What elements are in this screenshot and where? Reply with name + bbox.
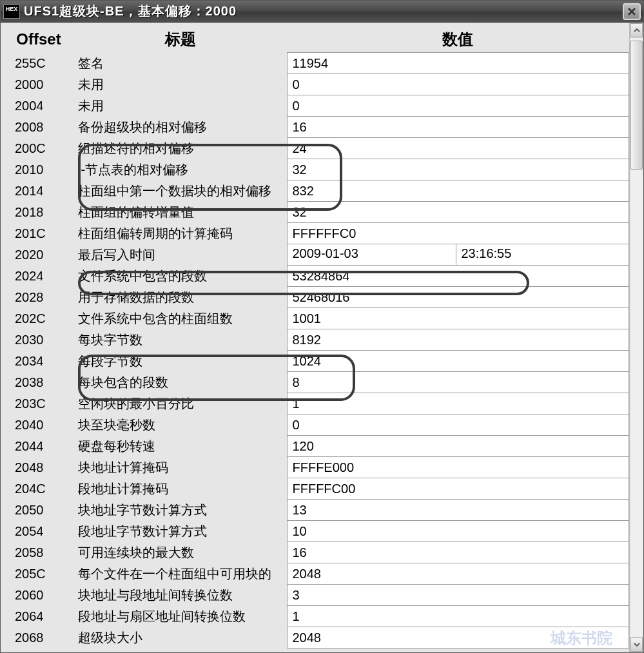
title-cell: 文件系统中包含的段数: [74, 266, 287, 287]
offset-cell: 2014: [3, 180, 74, 202]
table-row[interactable]: 2044硬盘每秒转速120: [3, 436, 629, 457]
value-cell[interactable]: 11954: [287, 53, 629, 74]
offset-cell: 2048: [3, 457, 74, 478]
content-area: Offset 标题 数值 255C签名119542000未用02004未用020…: [1, 23, 629, 652]
value-cell[interactable]: 16: [287, 542, 629, 563]
table-header-row: Offset 标题 数值: [3, 25, 629, 53]
value-cell[interactable]: 120: [287, 436, 629, 457]
title-cell: 可用连续块的最大数: [74, 542, 287, 563]
table-row[interactable]: 2038每块包含的段数8: [3, 372, 629, 393]
offset-cell: 2018: [3, 202, 74, 223]
value-cell[interactable]: 13: [287, 500, 629, 521]
title-cell: 段地址与扇区地址间转换位数: [74, 606, 287, 627]
title-cell: 签名: [74, 53, 287, 74]
table-row[interactable]: 2018柱面组的偏转增量值32: [3, 202, 629, 223]
title-cell: 空闲块的最小百分比: [74, 393, 287, 414]
title-cell: 段地址字节数计算方式: [74, 521, 287, 542]
table-row[interactable]: 255C签名11954: [3, 53, 629, 74]
value-cell[interactable]: 0: [287, 74, 629, 95]
offset-cell: 2010: [3, 159, 74, 180]
scroll-down-button[interactable]: [630, 638, 643, 652]
table-row[interactable]: 205C每个文件在一个柱面组中可用块的2048: [3, 563, 629, 585]
titlebar[interactable]: HEX UFS1超级块-BE，基本偏移：2000: [1, 1, 643, 23]
title-cell: 每段字节数: [74, 351, 287, 372]
value-cell[interactable]: 52468016: [287, 287, 629, 308]
table-row[interactable]: 2058可用连续块的最大数16: [3, 542, 629, 563]
offset-cell: 202C: [3, 308, 74, 329]
value-cell[interactable]: 2009-01-0323:16:55: [287, 244, 629, 266]
client-area: Offset 标题 数值 255C签名119542000未用02004未用020…: [1, 23, 643, 652]
table-row[interactable]: 2014柱面组中第一个数据块的相对偏移832: [3, 180, 629, 202]
title-cell: 未用: [74, 74, 287, 95]
value-cell[interactable]: 16: [287, 117, 629, 138]
table-row[interactable]: 2020最后写入时间2009-01-0323:16:55: [3, 244, 629, 266]
value-cell[interactable]: 8: [287, 372, 629, 393]
offset-cell: 255C: [3, 53, 74, 74]
title-cell: i-节点表的相对偏移: [74, 159, 287, 180]
scroll-track[interactable]: [630, 38, 643, 637]
title-cell: 块至块毫秒数: [74, 414, 287, 436]
table-row[interactable]: 2068超级块大小2048: [3, 627, 629, 648]
value-cell[interactable]: FFFFFFC0: [287, 223, 629, 244]
header-offset: Offset: [3, 25, 74, 53]
offset-cell: 2060: [3, 585, 74, 606]
value-cell[interactable]: FFFFFC00: [287, 478, 629, 500]
value-cell[interactable]: 832: [287, 180, 629, 202]
title-cell: 超级块大小: [74, 627, 287, 648]
table-row[interactable]: 2010i-节点表的相对偏移32: [3, 159, 629, 180]
table-row[interactable]: 2040块至块毫秒数0: [3, 414, 629, 436]
table-row[interactable]: 2034每段字节数1024: [3, 351, 629, 372]
app-icon: HEX: [3, 5, 20, 19]
value-cell[interactable]: 1001: [287, 308, 629, 329]
table-row[interactable]: 2024文件系统中包含的段数53284864: [3, 266, 629, 287]
value-cell[interactable]: 1: [287, 393, 629, 414]
table-row[interactable]: 2008备份超级块的相对偏移16: [3, 117, 629, 138]
close-icon: [627, 6, 637, 17]
value-cell[interactable]: FFFFE000: [287, 457, 629, 478]
title-cell: 块地址字节数计算方式: [74, 500, 287, 521]
table-row[interactable]: 202C文件系统中包含的柱面组数1001: [3, 308, 629, 329]
table-row[interactable]: 2060块地址与段地址间转换位数3: [3, 585, 629, 606]
value-cell[interactable]: 1: [287, 606, 629, 627]
value-cell[interactable]: 1024: [287, 351, 629, 372]
value-time[interactable]: 23:16:55: [456, 244, 629, 265]
title-cell: 每块字节数: [74, 329, 287, 351]
value-date[interactable]: 2009-01-03: [288, 244, 456, 265]
scroll-up-button[interactable]: [630, 23, 643, 37]
table-row[interactable]: 2050块地址字节数计算方式13: [3, 500, 629, 521]
scroll-thumb[interactable]: [630, 41, 643, 170]
value-cell[interactable]: 3: [287, 585, 629, 606]
vertical-scrollbar[interactable]: [629, 23, 643, 652]
value-cell[interactable]: 0: [287, 95, 629, 117]
value-cell[interactable]: 10: [287, 521, 629, 542]
table-row[interactable]: 204C段地址计算掩码FFFFFC00: [3, 478, 629, 500]
offset-cell: 201C: [3, 223, 74, 244]
table-row[interactable]: 2064段地址与扇区地址间转换位数1: [3, 606, 629, 627]
value-cell[interactable]: 8192: [287, 329, 629, 351]
offset-cell: 2044: [3, 436, 74, 457]
header-title: 标题: [74, 25, 287, 53]
table-row[interactable]: 203C空闲块的最小百分比1: [3, 393, 629, 414]
offset-cell: 2024: [3, 266, 74, 287]
close-button[interactable]: [623, 3, 641, 20]
title-cell: 文件系统中包含的柱面组数: [74, 308, 287, 329]
title-cell: 用于存储数据的段数: [74, 287, 287, 308]
value-cell[interactable]: 32: [287, 202, 629, 223]
title-cell: 柱面组偏转周期的计算掩码: [74, 223, 287, 244]
table-row[interactable]: 201C柱面组偏转周期的计算掩码FFFFFFC0: [3, 223, 629, 244]
value-cell[interactable]: 32: [287, 159, 629, 180]
table-row[interactable]: 2028用于存储数据的段数52468016: [3, 287, 629, 308]
value-cell[interactable]: 2048: [287, 627, 629, 648]
table-row[interactable]: 2048块地址计算掩码FFFFE000: [3, 457, 629, 478]
title-cell: 柱面组的偏转增量值: [74, 202, 287, 223]
value-cell[interactable]: 24: [287, 138, 629, 159]
value-cell[interactable]: 2048: [287, 563, 629, 585]
value-cell[interactable]: 0: [287, 414, 629, 436]
table-row[interactable]: 2054段地址字节数计算方式10: [3, 521, 629, 542]
table-row[interactable]: 2000未用0: [3, 74, 629, 95]
table-row[interactable]: 2030每块字节数8192: [3, 329, 629, 351]
value-cell[interactable]: 53284864: [287, 266, 629, 287]
table-row[interactable]: 2004未用0: [3, 95, 629, 117]
table-row[interactable]: 200C组描述符的相对偏移24: [3, 138, 629, 159]
offset-cell: 2000: [3, 74, 74, 95]
